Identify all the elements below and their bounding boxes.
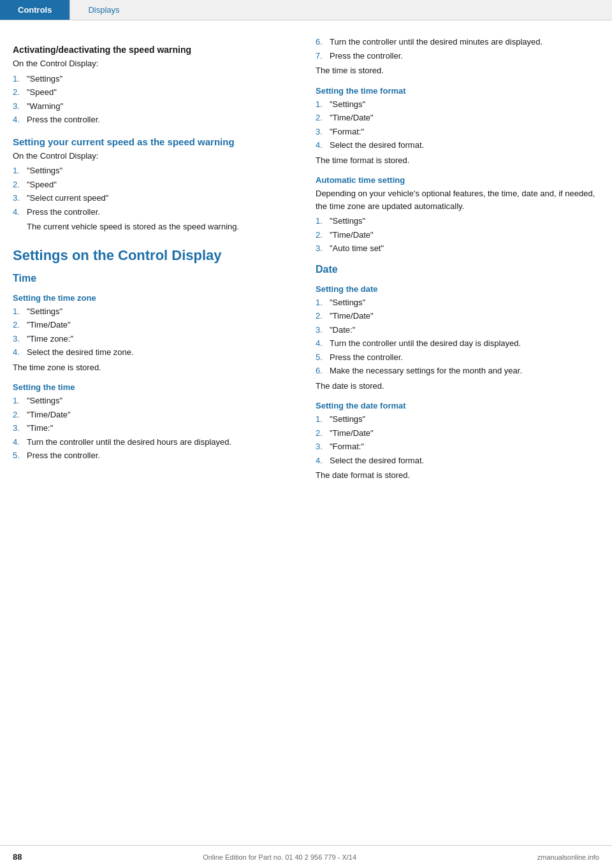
list-item: 2. "Time/Date" [13,319,296,331]
heading-automatic-time: Automatic time setting [316,175,599,185]
intro-activate-speed-warning: On the Control Display: [13,57,296,70]
list-setting-time: 1. "Settings" 2. "Time/Date" 3. "Time:" … [13,394,296,462]
list-item: 2. "Speed" [13,86,296,99]
section-time: Time [13,273,296,284]
section-activate-speed-warning: Activating/deactivating the speed warnin… [13,45,296,126]
heading-time: Time [13,273,296,284]
list-item: 6. Turn the controller until the desired… [316,36,599,48]
list-item: 3. "Time:" [13,422,296,435]
list-item: 4. Press the controller. [13,206,296,219]
list-item: 6. Make the necessary settings for the m… [316,365,599,377]
note-set-current-speed: The current vehicle speed is stored as t… [27,221,296,233]
page-content: Activating/deactivating the speed warnin… [0,20,612,497]
heading-setting-time-zone: Setting the time zone [13,293,296,303]
list-item: 4. Select the desired format. [316,139,599,152]
heading-date: Date [316,264,599,275]
list-setting-date: 1. "Settings" 2. "Time/Date" 3. "Date:" … [316,296,599,377]
tab-controls[interactable]: Controls [0,0,69,20]
section-setting-time-zone: Setting the time zone 1. "Settings" 2. "… [13,293,296,374]
list-item: 1. "Settings" [13,394,296,407]
list-item: 4. Select the desired format. [316,454,599,467]
list-item: 4. Select the desired time zone. [13,346,296,359]
list-item: 2. "Time/Date" [316,310,599,322]
page-footer: 88 Online Edition for Part no. 01 40 2 9… [0,845,612,868]
heading-setting-time-format: Setting the time format [316,86,599,96]
list-activate-speed-warning: 1. "Settings" 2. "Speed" 3. "Warning" 4.… [13,73,296,126]
list-item: 3. "Date:" [316,324,599,336]
list-setting-time-format: 1. "Settings" 2. "Time/Date" 3. "Format:… [316,98,599,152]
list-item: 7. Press the controller. [316,50,599,62]
list-item: 3. "Warning" [13,100,296,113]
footer-watermark: zmanualsonline.info [537,853,599,861]
tab-displays[interactable]: Displays [69,0,137,20]
heading-set-current-speed: Setting your current speed as the speed … [13,136,296,147]
note-setting-date: The date is stored. [316,380,599,393]
list-item: 1. "Settings" [13,305,296,318]
page-number: 88 [13,852,22,862]
list-automatic-time: 1. "Settings" 2. "Time/Date" 3. "Auto ti… [316,215,599,255]
list-item: 4. Turn the controller until the desired… [13,436,296,449]
list-item: 3. "Format:" [316,126,599,138]
footer-text: Online Edition for Part no. 01 40 2 956 … [203,853,356,861]
note-setting-time-format: The time format is stored. [316,154,599,167]
section-setting-time-cont: 6. Turn the controller until the desired… [316,36,599,77]
list-item: 2. "Time/Date" [316,112,599,124]
list-item: 2. "Speed" [13,178,296,191]
section-setting-date-format: Setting the date format 1. "Settings" 2.… [316,401,599,482]
right-column: 6. Turn the controller until the desired… [316,36,599,484]
heading-setting-date: Setting the date [316,284,599,294]
section-set-current-speed: Setting your current speed as the speed … [13,136,296,233]
list-item: 1. "Settings" [316,98,599,111]
note-setting-time-cont: The time is stored. [316,64,599,77]
list-item: 4. Press the controller. [13,113,296,126]
list-setting-date-format: 1. "Settings" 2. "Time/Date" 3. "Format:… [316,413,599,467]
note-setting-time-zone: The time zone is stored. [13,361,296,374]
section-setting-time: Setting the time 1. "Settings" 2. "Time/… [13,382,296,462]
heading-setting-date-format: Setting the date format [316,401,599,410]
list-item: 3. "Time zone:" [13,333,296,345]
intro-set-current-speed: On the Control Display: [13,150,296,163]
list-setting-time-zone: 1. "Settings" 2. "Time/Date" 3. "Time zo… [13,305,296,359]
list-item: 3. "Select current speed" [13,192,296,205]
tab-bar: Controls Displays [0,0,612,20]
list-item: 3. "Format:" [316,440,599,453]
section-automatic-time: Automatic time setting Depending on your… [316,175,599,255]
intro-automatic-time: Depending on your vehicle's optional fea… [316,187,599,212]
list-item: 1. "Settings" [316,413,599,426]
list-item: 2. "Time/Date" [13,409,296,421]
list-item: 1. "Settings" [316,215,599,228]
list-item: 5. Press the controller. [13,449,296,462]
heading-setting-time: Setting the time [13,382,296,392]
list-item: 2. "Time/Date" [316,229,599,242]
list-item: 3. "Auto time set" [316,242,599,255]
list-item: 1. "Settings" [13,164,296,177]
section-date: Date [316,264,599,275]
list-setting-time-cont: 6. Turn the controller until the desired… [316,36,599,62]
note-setting-date-format: The date format is stored. [316,469,599,482]
section-settings-control-display: Settings on the Control Display [13,247,296,264]
heading-activate-speed-warning: Activating/deactivating the speed warnin… [13,45,296,55]
list-item: 4. Turn the controller until the desired… [316,337,599,350]
list-set-current-speed: 1. "Settings" 2. "Speed" 3. "Select curr… [13,164,296,218]
list-item: 2. "Time/Date" [316,427,599,440]
list-item: 1. "Settings" [13,73,296,85]
heading-settings-control-display: Settings on the Control Display [13,247,296,264]
list-item: 5. Press the controller. [316,351,599,364]
section-setting-time-format: Setting the time format 1. "Settings" 2.… [316,86,599,167]
left-column: Activating/deactivating the speed warnin… [13,36,296,484]
list-item: 1. "Settings" [316,296,599,309]
section-setting-date: Setting the date 1. "Settings" 2. "Time/… [316,284,599,393]
